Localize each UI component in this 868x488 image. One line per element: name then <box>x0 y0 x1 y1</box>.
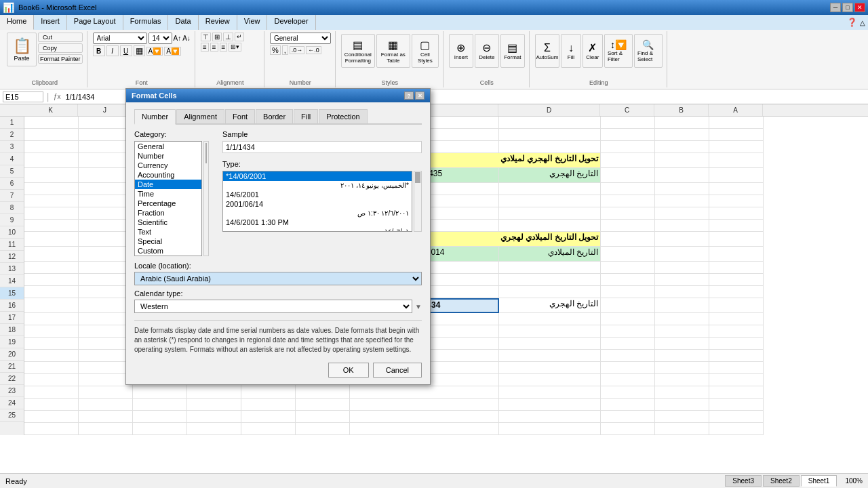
comma-icon[interactable]: , <box>282 45 288 55</box>
wrap-text-icon[interactable]: ↵ <box>235 33 244 41</box>
type-item-5[interactable]: ١٢/٦/٢٠٠١ ١:٣٠ ص <box>223 209 412 218</box>
tab-alignment[interactable]: Alignment <box>176 109 224 123</box>
close-btn[interactable]: ✕ <box>854 3 865 12</box>
tab-border[interactable]: Border <box>256 109 293 123</box>
tab-page-layout[interactable]: Page Layout <box>67 15 123 30</box>
category-general[interactable]: General <box>135 142 201 151</box>
help-icon[interactable]: ❓ <box>847 18 857 27</box>
cell-d11[interactable]: التاريخ الميلادي <box>499 247 601 262</box>
tab-protection[interactable]: Protection <box>319 109 368 123</box>
locale-select[interactable]: Arabic (Saudi Arabia) <box>134 272 422 285</box>
align-middle-icon[interactable]: ⊞ <box>212 33 222 41</box>
category-percentage[interactable]: Percentage <box>135 199 201 208</box>
category-custom[interactable]: Custom <box>135 246 201 256</box>
cell-j1[interactable] <box>79 117 133 129</box>
tab-data[interactable]: Data <box>168 15 198 30</box>
category-accounting[interactable]: Accounting <box>135 170 201 180</box>
sheet-tab-sheet3[interactable]: Sheet3 <box>725 475 762 487</box>
tab-insert[interactable]: Insert <box>34 15 67 30</box>
align-top-icon[interactable]: ⊤ <box>201 33 211 41</box>
fill-button[interactable]: ↓ Fill <box>561 34 581 68</box>
tab-home[interactable]: Home <box>0 15 34 30</box>
conditional-formatting-button[interactable]: ▤ Conditional Formatting <box>341 34 375 68</box>
tab-formulas[interactable]: Formulas <box>123 15 169 30</box>
decrease-decimal-icon[interactable]: ←.0 <box>306 46 321 54</box>
minimize-ribbon-icon[interactable]: △ <box>860 19 865 26</box>
border-icon[interactable]: ▦ <box>134 45 145 56</box>
table-row <box>24 423 868 435</box>
paste-button[interactable]: 📋 Paste <box>7 33 37 66</box>
category-list[interactable]: General Number Currency Accounting Date … <box>134 141 202 256</box>
bold-button[interactable]: B <box>93 45 105 56</box>
type-list[interactable]: *14/06/2001 *الخميس، يونيو ١٤، ٢٠٠١ 14/6… <box>222 171 412 232</box>
format-painter-button[interactable]: Format Painter <box>38 54 83 64</box>
maximize-btn[interactable]: □ <box>842 3 853 12</box>
cell-k1[interactable] <box>24 117 79 129</box>
merge-center-icon[interactable]: ⊞▾ <box>229 43 241 52</box>
dialog-help-btn[interactable]: ? <box>404 92 414 100</box>
category-time[interactable]: Time <box>135 189 201 199</box>
category-fraction[interactable]: Fraction <box>135 208 201 218</box>
percent-icon[interactable]: % <box>270 45 281 55</box>
tab-developer[interactable]: Developer <box>267 15 315 30</box>
cell-d15[interactable]: التاريخ الهجري <box>499 298 601 313</box>
sort-filter-button[interactable]: ↕🔽 Sort & Filter <box>604 34 633 68</box>
clear-button[interactable]: ✗ Clear <box>583 34 603 68</box>
increase-decimal-icon[interactable]: .0→ <box>290 46 305 54</box>
autosum-button[interactable]: Σ AutoSum <box>535 34 559 68</box>
sheet-tab-sheet2[interactable]: Sheet2 <box>763 475 800 487</box>
align-bottom-icon[interactable]: ⊥ <box>223 33 233 41</box>
ok-button[interactable]: OK <box>328 363 369 378</box>
row-6: 6 <box>0 178 24 190</box>
category-date[interactable]: Date <box>135 180 201 189</box>
cell-b1[interactable] <box>655 117 709 129</box>
align-left-icon[interactable]: ≡ <box>201 43 209 52</box>
type-item-1[interactable]: *14/06/2001 <box>223 171 412 181</box>
cell-reference[interactable] <box>3 92 43 102</box>
find-select-button[interactable]: 🔍 Find & Select <box>634 34 663 68</box>
underline-button[interactable]: U <box>120 45 132 56</box>
cell-styles-button[interactable]: ▢ Cell Styles <box>412 34 439 68</box>
tab-view[interactable]: View <box>237 15 268 30</box>
align-center-icon[interactable]: ≡ <box>210 43 218 52</box>
font-color-icon[interactable]: A🔽 <box>164 47 181 56</box>
type-item-4[interactable]: 2001/06/14 <box>223 199 412 209</box>
sheet-tab-sheet1[interactable]: Sheet1 <box>801 475 837 487</box>
cancel-button[interactable]: Cancel <box>373 363 422 378</box>
type-item-2[interactable]: *الخميس، يونيو ١٤، ٢٠٠١ <box>223 181 412 190</box>
cell-a1[interactable] <box>709 117 764 129</box>
format-button[interactable]: ▤ Format <box>500 34 525 68</box>
row-7: 7 <box>0 190 24 202</box>
dialog-close-btn[interactable]: ✕ <box>415 92 425 100</box>
cell-d5[interactable]: التاريخ الهجري <box>499 168 601 183</box>
tab-number[interactable]: Number <box>134 109 176 125</box>
number-format-select[interactable]: General <box>270 33 331 44</box>
italic-button[interactable]: I <box>106 45 119 56</box>
category-special[interactable]: Special <box>135 237 201 246</box>
format-as-table-button[interactable]: ▦ Format as Table <box>376 34 410 68</box>
type-item-6[interactable]: 14/6/2001 1:30 PM <box>223 218 412 227</box>
cell-d1[interactable] <box>499 117 601 129</box>
calendar-type-select[interactable]: Western <box>134 300 412 313</box>
minimize-btn[interactable]: ─ <box>830 3 841 12</box>
increase-font-icon[interactable]: A↑ <box>174 35 182 42</box>
tab-fill[interactable]: Fill <box>294 109 318 123</box>
font-family-select[interactable]: Arial <box>93 33 147 44</box>
insert-button[interactable]: ⊕ Insert <box>449 34 473 68</box>
decrease-font-icon[interactable]: A↓ <box>182 35 191 42</box>
tab-font[interactable]: Font <box>225 109 255 123</box>
fill-color-icon[interactable]: A🔽 <box>146 47 163 56</box>
category-scientific[interactable]: Scientific <box>135 218 201 227</box>
cut-button[interactable]: Cut <box>38 33 83 42</box>
cell-c1[interactable] <box>601 117 655 129</box>
category-text[interactable]: Text <box>135 227 201 237</box>
copy-button[interactable]: Copy <box>38 43 83 53</box>
tab-review[interactable]: Review <box>199 15 237 30</box>
category-number[interactable]: Number <box>135 151 201 161</box>
type-item-3[interactable]: 14/6/2001 <box>223 190 412 199</box>
type-item-7[interactable]: ١٤/٠٦/٠١ <box>223 227 412 232</box>
delete-button[interactable]: ⊖ Delete <box>475 34 499 68</box>
font-size-select[interactable]: 14 <box>149 33 172 44</box>
align-right-icon[interactable]: ≡ <box>220 43 228 52</box>
category-currency[interactable]: Currency <box>135 161 201 170</box>
